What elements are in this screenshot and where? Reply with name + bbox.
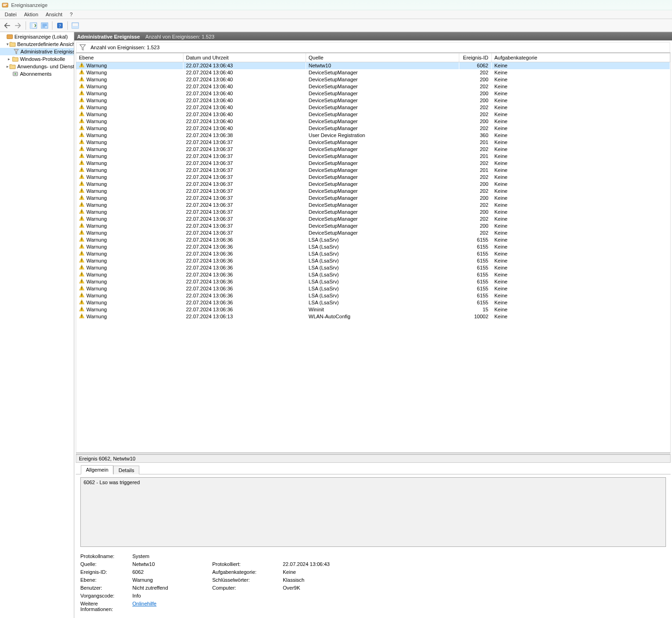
warning-icon	[79, 160, 85, 166]
cell-datetime: 22.07.2024 13:06:37	[183, 202, 306, 209]
col-datetime[interactable]: Datum und Uhrzeit	[183, 53, 306, 62]
table-row[interactable]: Warnung22.07.2024 13:06:40DeviceSetupMan…	[76, 97, 670, 104]
table-row[interactable]: Warnung22.07.2024 13:06:37DeviceSetupMan…	[76, 153, 670, 160]
cell-eventid: 202	[459, 188, 491, 195]
tree-windows-logs[interactable]: ▸ Windows-Protokolle	[0, 55, 74, 63]
events-grid[interactable]: Ebene Datum und Uhrzeit Quelle Ereignis-…	[76, 53, 671, 453]
table-row[interactable]: Warnung22.07.2024 13:06:40DeviceSetupMan…	[76, 69, 670, 76]
cell-datetime: 22.07.2024 13:06:37	[183, 167, 306, 174]
table-row[interactable]: Warnung22.07.2024 13:06:36LSA (LsaSrv)61…	[76, 237, 670, 243]
navigation-tree[interactable]: Ereignisanzeige (Lokal) ▾ Benutzerdefini…	[0, 32, 74, 618]
link-onlinehelp[interactable]: Onlinehilfe	[132, 601, 157, 606]
table-row[interactable]: Warnung22.07.2024 13:06:40DeviceSetupMan…	[76, 111, 670, 118]
expander-open-icon[interactable]: ▾	[7, 42, 9, 47]
col-source[interactable]: Quelle	[306, 53, 459, 62]
cell-datetime: 22.07.2024 13:06:43	[183, 62, 306, 69]
menu-help[interactable]: ?	[66, 11, 76, 18]
svg-rect-6	[42, 24, 47, 25]
table-row[interactable]: Warnung22.07.2024 13:06:36LSA (LsaSrv)61…	[76, 271, 670, 278]
table-row[interactable]: Warnung22.07.2024 13:06:36Wininit15Keine	[76, 306, 670, 313]
table-row[interactable]: Warnung22.07.2024 13:06:40DeviceSetupMan…	[76, 76, 670, 83]
tree-admin-events[interactable]: Administrative Ereignisse	[0, 48, 74, 55]
menu-aktion[interactable]: Aktion	[20, 11, 42, 18]
table-row[interactable]: Warnung22.07.2024 13:06:40DeviceSetupMan…	[76, 118, 670, 125]
col-eventid[interactable]: Ereignis-ID	[459, 53, 491, 62]
table-row[interactable]: Warnung22.07.2024 13:06:36LSA (LsaSrv)61…	[76, 250, 670, 257]
tree-app-logs[interactable]: ▸ Anwendungs- und Dienstprotokolle	[0, 63, 74, 70]
cell-level: Warnung	[86, 105, 107, 110]
cell-category: Keine	[491, 181, 670, 188]
cell-datetime: 22.07.2024 13:06:36	[183, 257, 306, 264]
table-row[interactable]: Warnung22.07.2024 13:06:40DeviceSetupMan…	[76, 83, 670, 90]
table-row[interactable]: Warnung22.07.2024 13:06:37DeviceSetupMan…	[76, 160, 670, 167]
tree-subscriptions[interactable]: Abonnements	[0, 70, 74, 78]
table-row[interactable]: Warnung22.07.2024 13:06:38User Device Re…	[76, 132, 670, 139]
filter-icon[interactable]	[79, 44, 86, 51]
cell-eventid: 201	[459, 153, 491, 160]
table-row[interactable]: Warnung22.07.2024 13:06:36LSA (LsaSrv)61…	[76, 292, 670, 299]
col-level[interactable]: Ebene	[76, 53, 183, 62]
table-row[interactable]: Warnung22.07.2024 13:06:36LSA (LsaSrv)61…	[76, 299, 670, 306]
show-hide-tree-button[interactable]	[28, 20, 39, 31]
properties-button[interactable]	[39, 20, 50, 31]
val-level: Warnung	[132, 577, 207, 583]
warning-icon	[79, 174, 85, 180]
expander-closed-icon[interactable]: ▸	[7, 64, 9, 69]
svg-rect-60	[81, 217, 82, 219]
table-row[interactable]: Warnung22.07.2024 13:06:37DeviceSetupMan…	[76, 216, 670, 223]
table-row[interactable]: Warnung22.07.2024 13:06:36LSA (LsaSrv)61…	[76, 243, 670, 250]
svg-rect-4	[30, 23, 33, 28]
cell-source: DeviceSetupManager	[306, 104, 459, 111]
expander-icon[interactable]	[1, 34, 6, 39]
cell-category: Keine	[491, 125, 670, 132]
table-row[interactable]: Warnung22.07.2024 13:06:36LSA (LsaSrv)61…	[76, 278, 670, 285]
panel-count-label: Anzahl von Ereignissen:	[145, 34, 200, 39]
cell-datetime: 22.07.2024 13:06:36	[183, 271, 306, 278]
table-row[interactable]: Warnung22.07.2024 13:06:37DeviceSetupMan…	[76, 188, 670, 195]
col-category[interactable]: Aufgabenkategorie	[491, 53, 670, 62]
content-pane: Administrative Ereignisse Anzahl von Ere…	[74, 32, 672, 618]
table-row[interactable]: Warnung22.07.2024 13:06:36LSA (LsaSrv)61…	[76, 285, 670, 292]
table-row[interactable]: Warnung22.07.2024 13:06:13WLAN-AutoConfi…	[76, 313, 670, 320]
expander-closed-icon[interactable]: ▸	[7, 57, 12, 62]
table-row[interactable]: Warnung22.07.2024 13:06:37DeviceSetupMan…	[76, 230, 670, 237]
menu-datei[interactable]: Datei	[1, 11, 20, 18]
warning-icon	[79, 83, 85, 90]
tab-details[interactable]: Details	[113, 466, 139, 474]
table-row[interactable]: Warnung22.07.2024 13:06:40DeviceSetupMan…	[76, 104, 670, 111]
table-row[interactable]: Warnung22.07.2024 13:06:37DeviceSetupMan…	[76, 146, 670, 153]
tree-root[interactable]: Ereignisanzeige (Lokal)	[0, 33, 74, 40]
table-row[interactable]: Warnung22.07.2024 13:06:36LSA (LsaSrv)61…	[76, 257, 670, 264]
preview-pane-button[interactable]	[70, 20, 80, 31]
cell-eventid: 6155	[459, 250, 491, 257]
cell-category: Keine	[491, 62, 670, 69]
cell-level: Warnung	[86, 70, 107, 75]
cell-eventid: 202	[459, 174, 491, 181]
lbl-moreinfo: Weitere Informationen:	[80, 601, 127, 612]
tree-custom-views[interactable]: ▾ Benutzerdefinierte Ansichten	[0, 40, 74, 48]
table-row[interactable]: Warnung22.07.2024 13:06:36LSA (LsaSrv)61…	[76, 264, 670, 271]
cell-category: Keine	[491, 216, 670, 223]
cell-eventid: 6155	[459, 292, 491, 299]
table-row[interactable]: Warnung22.07.2024 13:06:37DeviceSetupMan…	[76, 223, 670, 230]
cell-level: Warnung	[86, 63, 107, 68]
table-row[interactable]: Warnung22.07.2024 13:06:37DeviceSetupMan…	[76, 195, 670, 202]
menu-ansicht[interactable]: Ansicht	[42, 11, 66, 18]
table-row[interactable]: Warnung22.07.2024 13:06:37DeviceSetupMan…	[76, 139, 670, 146]
panel-header: Administrative Ereignisse Anzahl von Ere…	[74, 32, 672, 40]
table-row[interactable]: Warnung22.07.2024 13:06:37DeviceSetupMan…	[76, 209, 670, 216]
table-row[interactable]: Warnung22.07.2024 13:06:37DeviceSetupMan…	[76, 181, 670, 188]
help-button[interactable]: ?	[55, 20, 65, 31]
svg-rect-20	[81, 78, 82, 80]
table-row[interactable]: Warnung22.07.2024 13:06:37DeviceSetupMan…	[76, 167, 670, 174]
nav-forward-button[interactable]	[13, 20, 23, 31]
toolbar-separator	[26, 21, 26, 30]
table-row[interactable]: Warnung22.07.2024 13:06:40DeviceSetupMan…	[76, 90, 670, 97]
table-row[interactable]: Warnung22.07.2024 13:06:37DeviceSetupMan…	[76, 202, 670, 209]
nav-back-button[interactable]	[2, 20, 12, 31]
svg-rect-17	[81, 66, 82, 67]
table-row[interactable]: Warnung22.07.2024 13:06:37DeviceSetupMan…	[76, 174, 670, 181]
table-row[interactable]: Warnung22.07.2024 13:06:43Netwtw106062Ke…	[76, 62, 670, 69]
tab-general[interactable]: Allgemein	[81, 465, 113, 474]
table-row[interactable]: Warnung22.07.2024 13:06:40DeviceSetupMan…	[76, 125, 670, 132]
